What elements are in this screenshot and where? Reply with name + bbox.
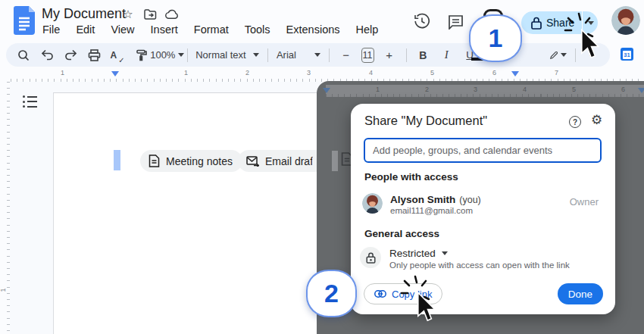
dimmed-cursor-block (332, 151, 338, 171)
move-folder-icon[interactable] (143, 8, 157, 21)
menu-format[interactable]: Format (190, 23, 233, 36)
text-cursor-highlight (114, 150, 120, 170)
spellcheck-icon[interactable]: A✓ (109, 46, 126, 64)
show-outline-icon[interactable] (23, 95, 38, 108)
email-icon (246, 156, 259, 167)
menu-edit[interactable]: Edit (72, 23, 98, 36)
calendar-icon[interactable]: 31 (621, 48, 633, 61)
document-title[interactable]: My Document (42, 6, 126, 22)
chip-label: Meeting notes (166, 155, 233, 167)
font-size-decrease-button[interactable]: − (338, 46, 355, 64)
chip-label: Email draft (265, 155, 316, 167)
person-email: email111@gmail.com (390, 206, 473, 215)
horizontal-ruler: 1 1 2 3 4 5 6 7 (11, 69, 644, 82)
redo-icon[interactable] (62, 46, 79, 64)
search-menus-icon[interactable] (15, 46, 32, 64)
done-button[interactable]: Done (558, 283, 603, 304)
font-size-increase-button[interactable]: + (381, 46, 398, 64)
star-icon[interactable]: ☆ (121, 8, 135, 21)
person-you-suffix: (you) (459, 195, 480, 205)
menubar: File Edit View Insert Format Tools Exten… (39, 23, 382, 36)
paragraph-style-select[interactable]: Normal text (195, 46, 259, 64)
hide-menus-button[interactable]: ^ (584, 46, 601, 64)
link-icon (374, 290, 386, 298)
person-avatar (362, 193, 383, 214)
copy-link-label: Copy link (392, 289, 432, 300)
menu-help[interactable]: Help (352, 23, 383, 36)
copy-link-button[interactable]: Copy link (364, 283, 442, 304)
cloud-saved-icon[interactable] (165, 8, 179, 21)
step-2-callout: 2 (306, 270, 357, 317)
font-select[interactable]: Arial (277, 46, 320, 64)
help-icon[interactable]: ? (569, 116, 581, 128)
indent-marker[interactable] (511, 71, 519, 76)
paint-format-icon[interactable] (133, 46, 149, 64)
indent-marker[interactable] (111, 71, 119, 76)
menu-extensions[interactable]: Extensions (283, 23, 344, 36)
general-access-heading: General access (364, 228, 439, 239)
general-access-description: Only people with access can open with th… (389, 261, 570, 270)
share-dialog: Share "My Document" ? ⚙ People with acce… (351, 104, 615, 314)
share-dropdown-icon[interactable] (588, 21, 594, 25)
share-button-label: Share (546, 17, 574, 29)
account-avatar[interactable] (611, 6, 640, 35)
undo-icon[interactable] (39, 46, 55, 64)
chip-meeting-notes[interactable]: Meeting notes (140, 150, 242, 172)
settings-gear-icon[interactable]: ⚙ (591, 112, 602, 127)
add-people-input[interactable] (364, 138, 602, 163)
docs-logo-icon[interactable] (14, 6, 35, 38)
version-history-icon[interactable] (413, 12, 431, 30)
print-icon[interactable] (86, 46, 102, 64)
general-access-dropdown[interactable]: Restricted (389, 248, 448, 259)
zoom-select[interactable]: 100% (156, 46, 179, 64)
editing-mode-select[interactable] (550, 46, 567, 64)
font-size-field[interactable]: 11 (361, 48, 374, 63)
dimmed-ruler: 1 2 3 4 5 6 (326, 85, 644, 97)
menu-file[interactable]: File (39, 23, 64, 36)
people-with-access-heading: People with access (364, 171, 458, 183)
menu-insert[interactable]: Insert (147, 23, 182, 36)
menu-view[interactable]: View (107, 23, 138, 36)
restricted-lock-icon (360, 247, 381, 268)
share-split-divider (582, 11, 583, 34)
document-icon (148, 155, 160, 167)
share-button[interactable]: Share (521, 11, 598, 34)
dialog-title: Share "My Document" (364, 114, 487, 128)
google-docs-window: My Document ☆ File Edit View Insert Form… (0, 0, 644, 334)
step-1-callout: 1 (469, 14, 522, 62)
person-name: Alyson Smith(you) (390, 194, 481, 205)
italic-button[interactable]: I (438, 46, 455, 64)
person-role: Owner (570, 196, 599, 208)
comments-icon[interactable] (446, 12, 464, 30)
menu-tools[interactable]: Tools (241, 23, 274, 36)
bold-button[interactable]: B (414, 46, 431, 64)
vertical-ruler: 1 2 (0, 82, 10, 334)
